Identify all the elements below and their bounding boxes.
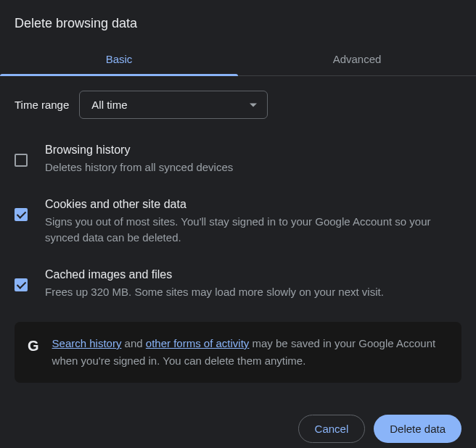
option-title: Cached images and files [45,268,461,281]
info-text: Search history and other forms of activi… [52,335,448,370]
dialog-footer: Cancel Delete data [0,397,476,448]
checkbox-cookies[interactable] [15,208,28,221]
option-desc: Deletes history from all synced devices [45,159,461,176]
option-desc: Frees up 320 MB. Some sites may load mor… [45,284,461,301]
delete-data-button[interactable]: Delete data [374,415,461,443]
time-range-value: All time [91,99,127,111]
time-range-label: Time range [15,99,69,111]
tab-basic[interactable]: Basic [0,43,238,75]
google-icon: G [28,338,39,354]
time-range-select[interactable]: All time [79,91,268,119]
checkbox-browsing-history[interactable] [15,154,28,167]
delete-browsing-data-dialog: Delete browsing data Basic Advanced Time… [0,0,476,448]
option-desc: Signs you out of most sites. You'll stay… [45,214,461,246]
option-text: Browsing history Deletes history from al… [45,144,461,176]
google-account-info: G Search history and other forms of acti… [15,322,461,383]
tab-advanced[interactable]: Advanced [238,43,476,75]
tabs-bar: Basic Advanced [0,43,476,76]
dialog-content: Time range All time Browsing history Del… [0,76,476,397]
option-cookies: Cookies and other site data Signs you ou… [15,198,461,246]
option-title: Browsing history [45,144,461,157]
option-text: Cached images and files Frees up 320 MB.… [45,268,461,301]
cancel-button[interactable]: Cancel [298,415,366,443]
checkbox-cached[interactable] [15,278,28,291]
option-browsing-history: Browsing history Deletes history from al… [15,144,461,176]
other-activity-link[interactable]: other forms of activity [146,337,250,349]
dialog-title: Delete browsing data [0,0,476,43]
option-cached: Cached images and files Frees up 320 MB.… [15,268,461,301]
chevron-down-icon [250,103,257,107]
option-title: Cookies and other site data [45,198,461,211]
option-text: Cookies and other site data Signs you ou… [45,198,461,246]
search-history-link[interactable]: Search history [52,337,122,349]
time-range-row: Time range All time [15,91,461,119]
